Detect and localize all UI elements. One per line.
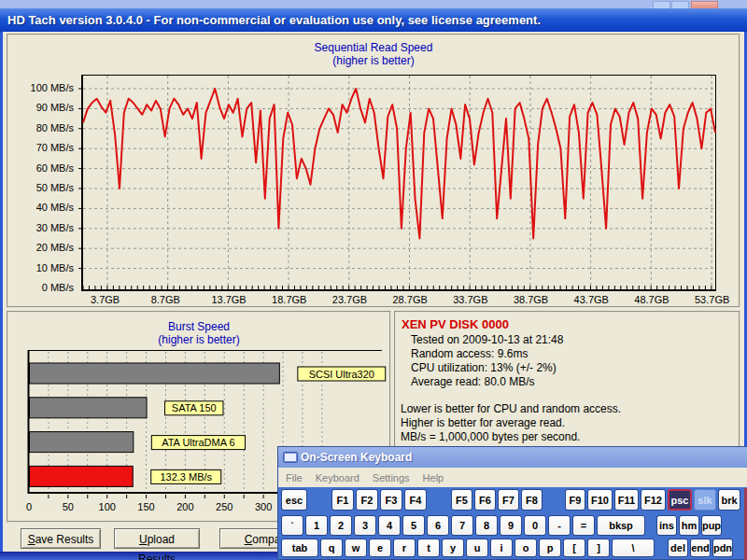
bar-label: ATA UltraDMA 6 <box>162 437 234 448</box>
save-underline: S <box>28 533 35 546</box>
burst-x-tick-label: 250 <box>216 501 233 512</box>
key-F8[interactable]: F8 <box>521 489 543 511</box>
key-u[interactable]: u <box>466 539 488 557</box>
keyboard-row-2: `1234567890-=bkspinshmpup <box>281 515 746 536</box>
key-][interactable]: ] <box>587 539 610 557</box>
compare-underline: C <box>245 533 253 546</box>
key-F2[interactable]: F2 <box>356 489 378 511</box>
y-tick-label: 10 MB/s <box>14 262 74 273</box>
burst-bar <box>30 432 134 453</box>
key-p[interactable]: p <box>539 539 561 557</box>
burst-chart-subtitle: (higher is better) <box>8 333 389 346</box>
key-w[interactable]: w <box>345 539 367 557</box>
keyboard-row-1: escF1F2F3F4F5F6F7F8F9F10F11F12pscslkbrk <box>281 489 746 511</box>
key-pdn[interactable]: pdn <box>712 539 733 557</box>
key-F9[interactable]: F9 <box>565 489 585 511</box>
bar-label: SCSI Ultra320 <box>309 369 374 380</box>
note-line: Lower is better for CPU and random acces… <box>401 402 735 416</box>
y-tick-label: 100 MB/s <box>14 82 74 93</box>
key-bksp[interactable]: bksp <box>597 515 645 536</box>
upload-underline: U <box>139 533 148 546</box>
drive-name: XEN PV DISK 0000 <box>402 317 735 331</box>
key-3[interactable]: 3 <box>354 515 376 536</box>
key-F4[interactable]: F4 <box>404 489 427 511</box>
osk-menu-file[interactable]: File <box>286 472 303 483</box>
key-[[interactable]: [ <box>563 539 585 557</box>
key-o[interactable]: o <box>514 539 537 557</box>
burst-chart-title: Burst Speed <box>8 320 389 333</box>
key-end[interactable]: end <box>690 539 711 557</box>
key-6[interactable]: 6 <box>427 515 449 536</box>
window-left-border <box>0 32 3 553</box>
key-\[interactable]: \ <box>612 539 655 557</box>
save-results-button[interactable]: Save Results <box>21 528 101 549</box>
key-tab[interactable]: tab <box>281 539 318 557</box>
y-tick-label: 0 MB/s <box>14 282 74 293</box>
key-brk[interactable]: brk <box>718 489 740 511</box>
key-=[interactable]: = <box>572 515 595 536</box>
key-r[interactable]: r <box>393 539 416 557</box>
burst-x-tick-label: 50 <box>63 501 74 512</box>
key-q[interactable]: q <box>320 539 343 557</box>
x-tick-label: 18.7GB <box>272 294 306 305</box>
burst-bar <box>30 398 148 418</box>
osk-menubar: FileKeyboardSettingsHelp <box>278 468 747 487</box>
key-1[interactable]: 1 <box>305 515 328 536</box>
x-tick-label: 8.7GB <box>151 294 180 305</box>
x-tick-label: 48.7GB <box>634 294 669 305</box>
key-F11[interactable]: F11 <box>614 489 639 511</box>
osk-titlebar[interactable]: On-Screen Keyboard <box>278 447 747 468</box>
key-psc[interactable]: psc <box>668 489 692 511</box>
key-`[interactable]: ` <box>281 515 303 536</box>
key-F6[interactable]: F6 <box>474 489 496 511</box>
y-tick-label: 60 MB/s <box>14 162 74 174</box>
info-line: Tested on 2009-10-13 at 21:48 <box>411 333 735 347</box>
key-9[interactable]: 9 <box>500 515 522 536</box>
seq-chart-title: Sequential Read Speed <box>8 41 739 54</box>
x-tick-label: 38.7GB <box>514 294 548 305</box>
key-i[interactable]: i <box>490 539 513 557</box>
key-F1[interactable]: F1 <box>331 489 354 511</box>
x-tick-label: 13.7GB <box>211 294 246 305</box>
y-tick-label: 50 MB/s <box>14 182 74 193</box>
key-F5[interactable]: F5 <box>451 489 472 511</box>
upload-results-button[interactable]: Upload Results <box>114 528 200 549</box>
osk-menu-help[interactable]: Help <box>423 472 444 483</box>
key--[interactable]: - <box>548 515 571 536</box>
key-2[interactable]: 2 <box>330 515 352 536</box>
key-F12[interactable]: F12 <box>641 489 666 511</box>
x-tick-label: 33.7GB <box>453 294 487 305</box>
key-4[interactable]: 4 <box>378 515 401 536</box>
key-7[interactable]: 7 <box>451 515 473 536</box>
key-slk[interactable]: slk <box>694 489 716 511</box>
key-del[interactable]: del <box>668 539 688 557</box>
on-screen-keyboard-window: On-Screen Keyboard FileKeyboardSettingsH… <box>277 446 747 560</box>
x-tick-label: 53.7GB <box>695 294 729 305</box>
osk-menu-keyboard[interactable]: Keyboard <box>316 472 359 483</box>
y-tick-label: 70 MB/s <box>14 142 74 153</box>
osk-title: On-Screen Keyboard <box>301 451 412 464</box>
key-F10[interactable]: F10 <box>587 489 613 511</box>
y-tick-label: 20 MB/s <box>14 242 74 253</box>
note-line: Higher is better for average read. <box>401 416 735 430</box>
burst-x-tick-label: 150 <box>137 501 154 512</box>
key-8[interactable]: 8 <box>475 515 498 536</box>
key-5[interactable]: 5 <box>402 515 425 536</box>
osk-menu-settings[interactable]: Settings <box>373 472 410 483</box>
x-tick-label: 3.7GB <box>91 294 120 305</box>
burst-x-tick-label: 200 <box>176 501 193 512</box>
key-ins[interactable]: ins <box>656 515 677 536</box>
key-e[interactable]: e <box>369 539 391 557</box>
key-esc[interactable]: esc <box>281 489 307 511</box>
x-tick-label: 43.7GB <box>574 294 609 305</box>
key-t[interactable]: t <box>417 539 440 557</box>
y-tick-label: 90 MB/s <box>14 102 74 113</box>
key-y[interactable]: y <box>442 539 464 557</box>
seq-chart-svg <box>78 75 722 299</box>
key-hm[interactable]: hm <box>679 515 699 536</box>
key-F7[interactable]: F7 <box>498 489 519 511</box>
key-F3[interactable]: F3 <box>380 489 402 511</box>
key-0[interactable]: 0 <box>524 515 546 536</box>
key-pup[interactable]: pup <box>701 515 722 536</box>
window-titlebar[interactable]: HD Tach version 3.0.4.0 - For non-commer… <box>0 8 747 32</box>
